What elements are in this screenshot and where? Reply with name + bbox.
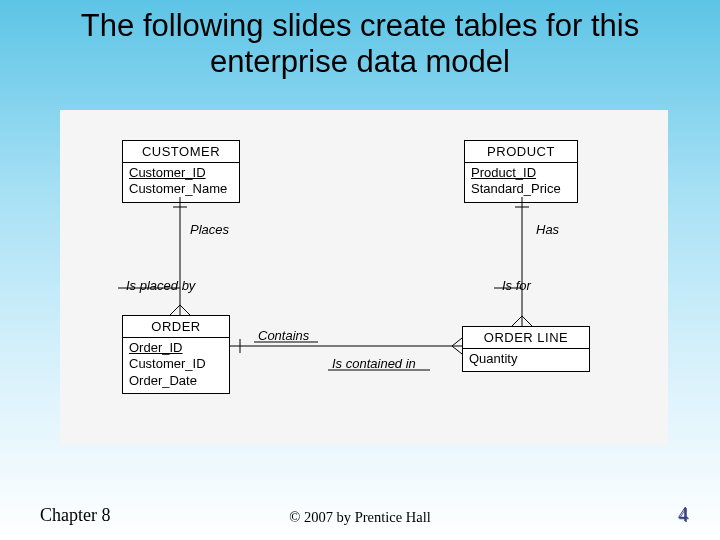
slide: The following slides create tables for t…: [0, 0, 720, 540]
slide-footer: Chapter 8 © 2007 by Prentice Hall 4: [0, 504, 720, 526]
page-number: 4: [678, 503, 688, 526]
slide-title: The following slides create tables for t…: [0, 0, 720, 79]
svg-line-1: [170, 305, 180, 315]
svg-line-2: [180, 305, 190, 315]
copyright-label: © 2007 by Prentice Hall: [0, 509, 720, 526]
svg-line-12: [452, 338, 462, 346]
er-diagram: CUSTOMER Customer_ID Customer_Name PRODU…: [60, 110, 668, 445]
connector-lines: [60, 110, 668, 445]
svg-line-13: [452, 346, 462, 354]
svg-line-6: [512, 316, 522, 326]
svg-line-7: [522, 316, 532, 326]
